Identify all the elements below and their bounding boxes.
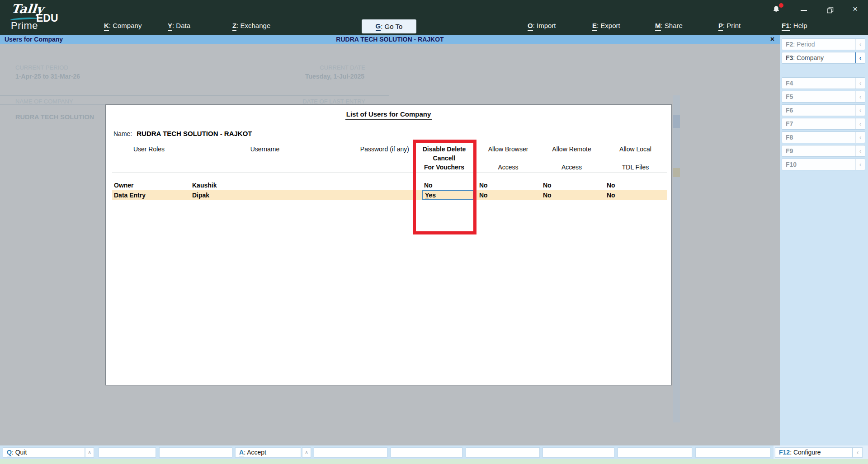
cell-username[interactable]: Kaushik (186, 180, 344, 190)
menu-data[interactable]: Y: Data (168, 22, 190, 29)
sidebar-f6[interactable]: F6‹ (782, 104, 865, 116)
chevron-left-icon[interactable]: ‹ (855, 39, 865, 50)
empty-action-cell (391, 447, 462, 458)
column-disable-delete-cancel: Disable Delete Cancell For Vouchers (412, 145, 476, 172)
cell-password[interactable] (344, 190, 412, 200)
chevron-left-icon[interactable]: ‹ (855, 91, 865, 102)
cell-allow-remote[interactable]: No (540, 180, 604, 190)
configure-button[interactable]: F12: Configure (775, 447, 853, 458)
current-date-value: Tuesday, 1-Jul-2025 (271, 73, 364, 80)
expand-caret-icon[interactable]: ∧ (302, 447, 311, 458)
restore-icon[interactable] (827, 7, 834, 15)
quit-button[interactable]: Q: Quit (3, 447, 85, 458)
chevron-left-icon[interactable]: ‹ (855, 52, 865, 63)
menu-export[interactable]: E: Export (592, 22, 620, 29)
company-title: RUDRA TECH SOLUTION - RAJKOT (0, 35, 780, 44)
chevron-left-icon[interactable]: ‹ (853, 447, 863, 458)
empty-action-cell (542, 447, 614, 458)
empty-action-cell (314, 447, 387, 458)
background-right-pane-edge (673, 95, 680, 422)
notification-dot (779, 3, 783, 8)
menu-import[interactable]: O: Import (528, 22, 556, 29)
date-of-last-entry-label: DATE OF LAST ENTRY (271, 98, 365, 105)
sidebar-f10[interactable]: F10‹ (782, 159, 865, 170)
close-window-icon[interactable]: × (853, 4, 858, 14)
column-user-roles: User Roles (112, 145, 186, 172)
chevron-left-icon[interactable]: ‹ (855, 145, 865, 156)
current-date-label: CURRENT DATE (271, 64, 365, 71)
dialog-company-name: RUDRA TECH SOLUTION - RAJKOT (137, 130, 252, 137)
minimize-icon[interactable] (801, 10, 807, 11)
dialog-title: List of Users for Company (345, 110, 432, 120)
column-allow-local-tdl: Allow Local TDL Files (604, 145, 667, 172)
current-period-value: 1-Apr-25 to 31-Mar-26 (15, 73, 80, 80)
table-row-owner: Owner Kaushik No No No No (112, 180, 667, 190)
name-of-company-label: NAME OF COMPANY (15, 98, 73, 105)
cell-role[interactable]: Owner (112, 180, 186, 190)
column-allow-remote-access: Allow Remote Access (540, 145, 604, 172)
sidebar-f8[interactable]: F8‹ (782, 131, 865, 143)
cell-allow-local[interactable]: No (604, 190, 667, 200)
table-header-row: User Roles Username Password (if any) Di… (112, 145, 667, 172)
chevron-left-icon[interactable]: ‹ (855, 78, 865, 89)
cell-allow-local[interactable]: No (604, 180, 667, 190)
sidebar-f4[interactable]: F4‹ (782, 77, 865, 89)
function-key-sidebar: F2: Period‹ F3: Company‹ F4‹ F5‹ F6‹ F7‹… (780, 35, 868, 445)
close-screen-icon[interactable]: × (770, 35, 774, 44)
taskbar-edge-strip (0, 459, 868, 464)
expand-caret-icon[interactable]: ∧ (85, 447, 94, 458)
sidebar-f9[interactable]: F9‹ (782, 145, 865, 157)
table-row-data-entry: Data Entry Dipak No No No (112, 190, 667, 200)
name-label: Name: (113, 130, 132, 137)
cell-role[interactable]: Data Entry (112, 190, 186, 200)
disable-delete-cancel-field[interactable]: Yes (422, 190, 474, 200)
menu-print[interactable]: P: Print (718, 22, 741, 29)
sidebar-f3-company[interactable]: F3: Company‹ (782, 52, 865, 64)
chevron-left-icon[interactable]: ‹ (855, 159, 865, 170)
column-username: Username (186, 145, 344, 172)
background-company-name: RUDRA TECH SOLUTION (15, 113, 94, 121)
cell-username[interactable]: Dipak (186, 190, 344, 200)
sidebar-f2-period[interactable]: F2: Period‹ (782, 38, 865, 50)
accept-button[interactable]: A: Accept (235, 447, 301, 458)
cell-disable-delete-cancel[interactable]: No (412, 180, 476, 190)
chevron-left-icon[interactable]: ‹ (855, 105, 865, 116)
empty-action-cell (466, 447, 540, 458)
cell-allow-remote[interactable]: No (540, 190, 604, 200)
menu-exchange[interactable]: Z: Exchange (232, 22, 270, 29)
column-allow-browser-access: Allow Browser Access (476, 145, 540, 172)
top-app-bar: Tally Prime EDU K: Company Y: Data Z: Ex… (0, 0, 868, 35)
chevron-left-icon[interactable]: ‹ (855, 132, 865, 143)
sidebar-f7[interactable]: F7‹ (782, 118, 865, 130)
bottom-action-bar: Q: Quit ∧ A: Accept ∧ F12: Configure ‹ (0, 445, 868, 459)
list-of-users-dialog: List of Users for Company Name:RUDRA TEC… (105, 104, 672, 385)
menu-go-to[interactable]: G: Go To (362, 19, 416, 33)
empty-action-cell (159, 447, 232, 458)
chevron-left-icon[interactable]: ‹ (855, 118, 865, 129)
cell-password[interactable] (344, 180, 412, 190)
empty-action-cell (618, 447, 692, 458)
cell-allow-browser[interactable]: No (476, 190, 540, 200)
edition-badge: EDU (36, 12, 58, 24)
tally-prime-logo-text: Prime (11, 20, 38, 32)
cell-allow-browser[interactable]: No (476, 180, 540, 190)
empty-action-cell (695, 447, 770, 458)
empty-action-cell (99, 447, 156, 458)
menu-company[interactable]: K: Company (104, 22, 142, 29)
column-password: Password (if any) (344, 145, 412, 172)
current-period-label: CURRENT PERIOD (15, 64, 68, 71)
sidebar-f5[interactable]: F5‹ (782, 91, 865, 103)
menu-share[interactable]: M: Share (655, 22, 683, 29)
menu-help[interactable]: F1: Help (782, 22, 807, 29)
screen-title-bar: Users for Company RUDRA TECH SOLUTION - … (0, 35, 780, 44)
